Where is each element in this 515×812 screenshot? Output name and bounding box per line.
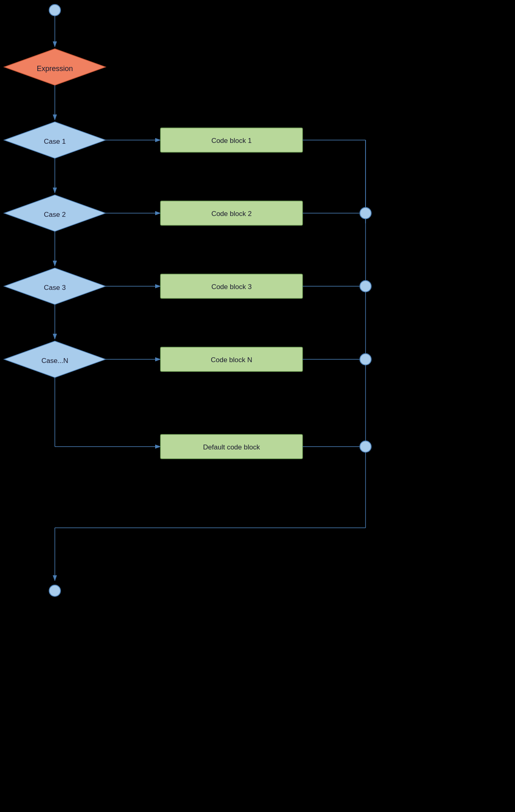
- code-block-1-label: Code block 1: [211, 137, 251, 145]
- merge-circle-N: [360, 354, 371, 365]
- code-block-2-label: Code block 2: [211, 210, 251, 218]
- flowchart-diagram: Expression Case 1 Code block 1 Case 2 Co…: [0, 0, 515, 812]
- code-block-N-label: Code block N: [211, 356, 252, 364]
- start-circle: [49, 4, 61, 16]
- code-block-3-label: Code block 3: [211, 283, 251, 291]
- case3-label: Case 3: [44, 284, 66, 292]
- merge-circle-default: [360, 441, 371, 452]
- expression-label: Expression: [37, 65, 73, 73]
- default-code-block-label: Default code block: [203, 443, 260, 451]
- merge-circle-3: [360, 281, 371, 292]
- case2-label: Case 2: [44, 211, 66, 218]
- case1-label: Case 1: [44, 138, 66, 145]
- merge-circle-2: [360, 207, 371, 219]
- caseN-label: Case...N: [41, 357, 68, 365]
- end-circle: [49, 585, 61, 596]
